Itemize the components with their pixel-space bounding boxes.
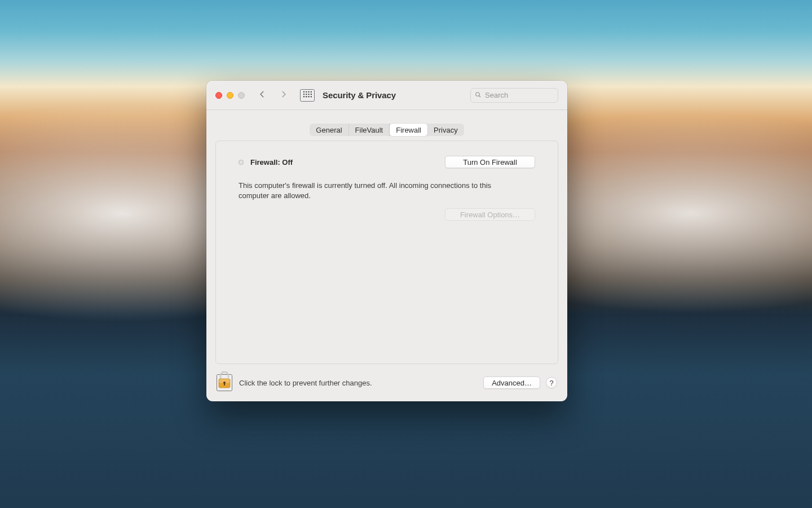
tab-firewall[interactable]: Firewall [390,124,427,136]
firewall-status-label: Firewall: Off [250,158,293,167]
svg-point-12 [476,92,480,96]
help-button[interactable]: ? [546,377,557,388]
lock-icon [217,371,232,390]
svg-point-4 [303,94,304,95]
security-privacy-window: Security & Privacy General FileVault Fir… [206,81,567,401]
firewall-status-row: Firewall: Off Turn On Firewall [239,156,535,168]
svg-point-0 [303,91,304,93]
search-field[interactable] [470,88,558,103]
tab-filevault[interactable]: FileVault [349,124,390,136]
maximize-window-button [238,92,245,99]
lock-button[interactable] [217,374,232,391]
tab-segmented-control: General FileVault Firewall Privacy [310,124,464,136]
nav-forward-button[interactable] [275,88,292,103]
svg-rect-17 [224,383,225,386]
grid-icon [303,91,312,99]
svg-point-6 [308,94,309,95]
turn-on-firewall-button[interactable]: Turn On Firewall [445,156,535,168]
advanced-button[interactable]: Advanced… [483,376,540,389]
svg-point-9 [306,96,307,97]
show-all-button[interactable] [300,89,315,102]
search-input[interactable] [485,91,554,99]
firewall-options-button: Firewall Options… [445,208,535,221]
close-window-button[interactable] [215,92,222,99]
content-pane: Firewall: Off Turn On Firewall This comp… [215,141,558,364]
footer-bar: Click the lock to prevent further change… [206,364,567,401]
chevron-right-icon [280,90,288,100]
status-indicator-icon [239,160,244,165]
svg-point-3 [311,91,312,93]
svg-point-10 [308,96,309,97]
svg-point-11 [311,96,312,97]
traffic-lights [215,92,245,99]
svg-point-8 [303,96,304,97]
svg-point-2 [308,91,309,93]
firewall-description: This computer's firewall is currently tu… [239,181,504,200]
chevron-left-icon [258,90,266,100]
tab-bar: General FileVault Firewall Privacy [206,110,567,136]
lock-hint-text: Click the lock to prevent further change… [239,379,372,387]
titlebar: Security & Privacy [206,81,567,110]
window-title: Security & Privacy [323,90,396,100]
tab-general[interactable]: General [310,124,348,136]
nav-back-button[interactable] [254,88,271,103]
svg-point-7 [311,94,312,95]
svg-point-1 [306,91,307,93]
search-icon [475,90,482,100]
tab-privacy[interactable]: Privacy [427,124,464,136]
svg-line-13 [479,95,481,97]
svg-point-5 [306,94,307,95]
minimize-window-button[interactable] [227,92,233,99]
